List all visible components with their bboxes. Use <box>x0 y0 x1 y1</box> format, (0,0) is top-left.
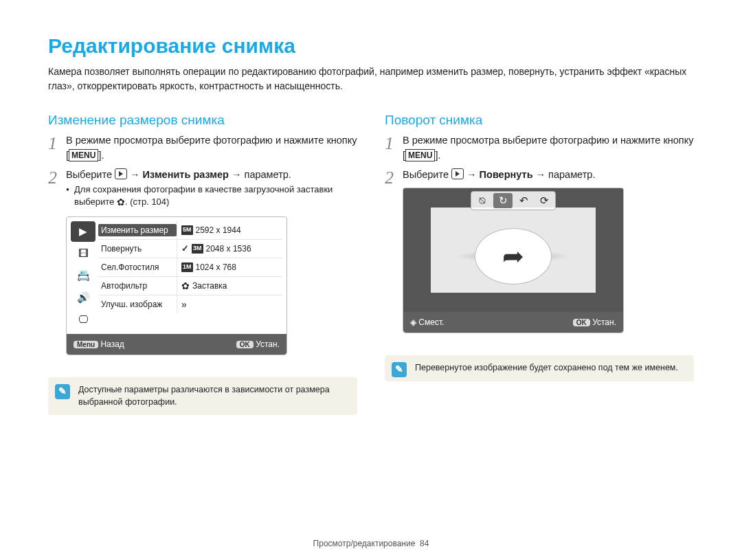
tab-display-icon[interactable]: 🖵 <box>71 309 95 330</box>
step-number: 1 <box>48 133 66 164</box>
step2-bold: Изменить размер <box>143 169 229 180</box>
step2-text-c: → параметр. <box>533 169 596 180</box>
step2-arrow: → <box>464 169 480 180</box>
rotate-stage: ⦰ ↻ ↶ ⟳ ➦ <box>403 188 623 312</box>
page-intro: Камера позволяет выполнять операции по р… <box>48 65 694 93</box>
menu-item-resize[interactable]: Изменить размер 5M2592 x 1944 <box>98 221 282 240</box>
tab-sound-icon[interactable]: 🔊 <box>71 287 95 308</box>
footer-left-label: Назад <box>100 339 124 349</box>
menu-item-rotate[interactable]: Повернуть ✓3M2048 x 1536 <box>98 240 282 258</box>
tab-print-icon[interactable]: 📇 <box>71 265 95 286</box>
note-rotate: ✎ Перевернутое изображение будет сохране… <box>385 355 694 381</box>
tab-play-icon[interactable]: ▶ <box>71 221 95 242</box>
step1-text-b: ]. <box>435 150 440 161</box>
step-body: Выберите → Изменить размер → параметр. Д… <box>66 168 357 366</box>
rotate-flip-icon[interactable]: ⟳ <box>535 193 554 208</box>
step-1: 1 В режиме просмотра выберите фотографию… <box>48 133 357 164</box>
menu-key-pill: Menu <box>74 341 98 348</box>
tab-movie-icon[interactable]: 🎞 <box>71 243 95 264</box>
menu-item-autofilter[interactable]: Автофильтр ✿Заставка <box>98 277 282 295</box>
rotate-off-icon[interactable]: ⦰ <box>473 193 492 208</box>
footer-section: Просмотр/редактирование <box>313 539 416 548</box>
menu-item-photostyle[interactable]: Сел.Фотостиля 1M1024 x 768 <box>98 258 282 277</box>
step2-text-c: → параметр. <box>229 169 291 180</box>
menu-item-label: Изменить размер <box>98 224 177 236</box>
step2-bold: Повернуть <box>480 169 533 180</box>
menu-item-enhance[interactable]: Улучш. изображ » <box>98 295 282 313</box>
sub-a: Для сохранения фотографии в качестве заг… <box>74 184 333 207</box>
step-1: 1 В режиме просмотра выберите фотографию… <box>385 133 694 164</box>
rotate-toolbar: ⦰ ↻ ↶ ⟳ <box>471 191 556 210</box>
step-2: 2 Выберите → Изменить размер → параметр.… <box>48 168 357 366</box>
rotate-indicator: ➦ <box>475 228 552 284</box>
menu-item-label: Улучш. изображ <box>98 298 177 311</box>
size-label: 2048 x 1536 <box>206 243 251 255</box>
check-icon: ✓ <box>181 242 189 256</box>
size-label: 1024 x 768 <box>196 261 236 273</box>
camera-menu-screenshot: ▶ 🎞 📇 🔊 🖵 Изменить размер 5M2592 x 1944 <box>66 216 287 355</box>
footer-right-label: Устан. <box>256 339 280 349</box>
size-label: Заставка <box>192 280 227 292</box>
note-resize: ✎ Доступные параметры различаются в зави… <box>48 377 357 415</box>
menu-key: MENU <box>69 149 98 161</box>
footer-right: OK Устан. <box>236 338 280 350</box>
resize-section-title: Изменение размеров снимка <box>48 113 357 128</box>
menu-item-label: Повернуть <box>98 243 177 255</box>
rotate-section-title: Поворот снимка <box>385 113 694 128</box>
step2-note: Для сохранения фотографии в качестве заг… <box>66 183 357 210</box>
footer-right: OK Устан. <box>573 316 616 328</box>
step1-text-a: В режиме просмотра выберите фотографию и… <box>66 135 357 161</box>
step1-text-b: ]. <box>98 150 104 161</box>
play-icon <box>115 168 127 179</box>
camera-tabs: ▶ 🎞 📇 🔊 🖵 <box>71 221 95 330</box>
rotate-right-icon[interactable]: ↻ <box>493 193 513 208</box>
manual-page: Редактирование снимка Камера позволяет в… <box>0 0 742 560</box>
note-icon: ✎ <box>392 362 407 377</box>
step-body: В режиме просмотра выберите фотографию и… <box>403 133 694 164</box>
step-body: Выберите → Повернуть → параметр. ⦰ ↻ ↶ ⟳ <box>403 168 694 344</box>
columns: Изменение размеров снимка 1 В режиме про… <box>48 113 694 415</box>
step-2: 2 Выберите → Повернуть → параметр. ⦰ ↻ ↶… <box>385 168 694 344</box>
startup-image-icon: ✿ <box>117 196 125 210</box>
size-label: 2592 x 1944 <box>196 224 241 236</box>
startup-image-icon: ✿ <box>181 279 190 293</box>
camera-menu-body: ▶ 🎞 📇 🔊 🖵 Изменить размер 5M2592 x 1944 <box>67 217 286 334</box>
ok-key-pill: OK <box>573 319 590 326</box>
big-rotate-arrow-icon: ➦ <box>502 237 524 276</box>
size-option-1m[interactable]: 1M1024 x 768 <box>177 258 282 276</box>
rotate-preview-screenshot: ⦰ ↻ ↶ ⟳ ➦ ◈ Смест. OK <box>403 188 624 333</box>
size-tag: 3M <box>192 244 203 254</box>
page-title: Редактирование снимка <box>48 34 694 58</box>
rotate-footer: ◈ Смест. OK Устан. <box>403 312 623 333</box>
step2-text-a: Выберите <box>403 169 451 180</box>
size-tag: 1M <box>181 262 193 272</box>
note-text: Перевернутое изображение будет сохранено… <box>415 363 678 372</box>
note-text: Доступные параметры различаются в зависи… <box>78 385 330 407</box>
size-option-startup[interactable]: ✿Заставка <box>177 277 282 295</box>
size-option-5m[interactable]: 5M2592 x 1944 <box>177 221 282 239</box>
step2-text-a: Выберите <box>66 169 115 180</box>
page-footer: Просмотр/редактирование 84 <box>48 539 694 548</box>
sub-b: . (стр. 104) <box>125 197 169 207</box>
footer-page-number: 84 <box>420 539 429 548</box>
footer-left: Menu Назад <box>74 338 124 350</box>
footer-left-label: Смест. <box>418 317 444 327</box>
rotate-left-icon[interactable]: ↶ <box>514 193 533 208</box>
play-icon <box>451 168 464 179</box>
camera-menu-lists: Изменить размер 5M2592 x 1944 Повернуть … <box>95 221 282 330</box>
step1-text-a: В режиме просмотра выберите фотографию и… <box>403 135 693 161</box>
step2-arrow: → <box>127 169 143 180</box>
scroll-down-icon[interactable]: » <box>177 295 282 313</box>
footer-right-label: Устан. <box>592 317 616 327</box>
ok-key-pill: OK <box>236 341 254 348</box>
step-body: В режиме просмотра выберите фотографию и… <box>66 133 357 164</box>
menu-item-label: Сел.Фотостиля <box>98 261 177 273</box>
note-icon: ✎ <box>55 384 70 399</box>
footer-left: ◈ Смест. <box>410 316 444 328</box>
left-column: Изменение размеров снимка 1 В режиме про… <box>48 113 357 415</box>
size-tag: 5M <box>181 225 193 235</box>
camera-menu-footer: Menu Назад OK Устан. <box>67 334 286 355</box>
step-number: 2 <box>385 168 403 344</box>
size-option-3m[interactable]: ✓3M2048 x 1536 <box>177 240 282 258</box>
step-number: 1 <box>385 133 403 164</box>
